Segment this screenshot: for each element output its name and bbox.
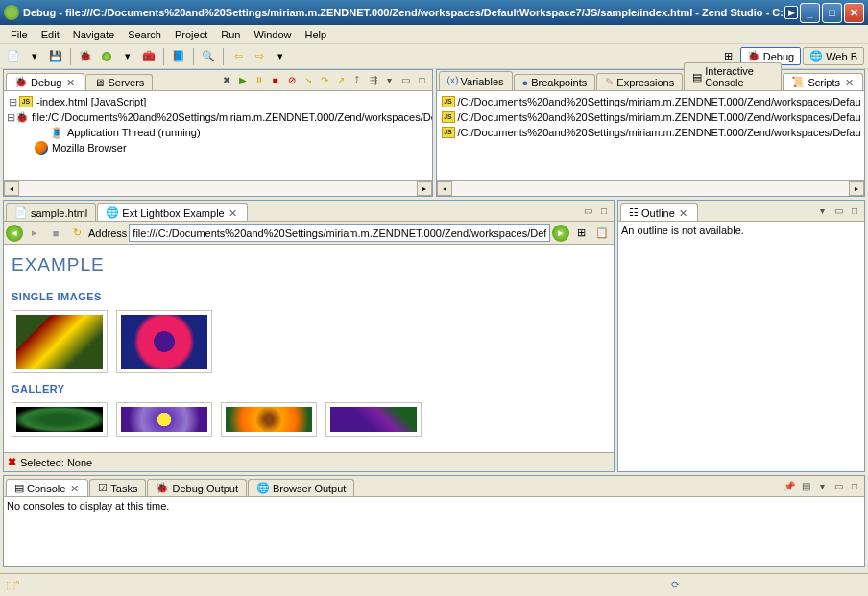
menu-navigate[interactable]: Navigate [66,27,121,42]
browser-back-button[interactable]: ◂ [6,225,23,242]
menu-edit[interactable]: Edit [35,27,66,42]
menu-search[interactable]: Search [121,27,168,42]
maximize-panel-button[interactable]: □ [596,203,612,218]
browser-settings-button[interactable]: 📋 [592,224,612,243]
tree-browser[interactable]: Mozilla Browser [7,140,429,155]
close-icon[interactable]: ✕ [68,483,80,494]
tab-servers[interactable]: 🖥Servers [85,74,153,90]
step-into-button[interactable]: ↘ [301,72,316,87]
tab-console[interactable]: ▤Console✕ [6,479,88,496]
tab-scripts[interactable]: 📜Scripts✕ [783,73,863,90]
flower-image [226,407,312,432]
flower-image [121,407,207,432]
browser-stop-button[interactable]: ■ [46,224,65,243]
close-icon[interactable]: ✕ [678,207,689,219]
script-item[interactable]: /C:/Documents%20and%20Settings/miriam.m.… [440,109,862,125]
gallery-thumb[interactable] [116,402,212,437]
scroll-left-button[interactable]: ◂ [4,181,19,196]
minimize-button[interactable]: _ [800,3,820,23]
perspective-web[interactable]: 🌐Web B [803,47,864,65]
tab-sample-html[interactable]: 📄sample.html [6,203,96,221]
browser-forward-button[interactable]: ▸ [25,224,44,243]
step-over-button[interactable]: ↷ [317,72,332,87]
maximize-panel-button[interactable]: □ [415,72,430,87]
menu-file[interactable]: File [4,27,35,42]
gallery-thumb[interactable] [326,402,422,437]
terminate-button[interactable]: ■ [268,72,283,87]
new-button[interactable]: 📄 [4,47,23,66]
tab-lightbox[interactable]: 🌐Ext Lightbox Example✕ [97,203,247,221]
close-icon[interactable]: ✕ [228,207,239,219]
single-image-thumb[interactable] [116,310,212,373]
tab-tasks[interactable]: ☑Tasks [89,479,146,496]
tab-breakpoints[interactable]: ●Breakpoints [514,74,596,90]
status-sync-icon: ⟳ [671,579,680,591]
step-return-button[interactable]: ↗ [333,72,349,87]
disconnect-button[interactable]: ⊘ [284,72,300,87]
tab-variables[interactable]: ⒳Variables [439,71,513,90]
title-nav-arrow[interactable]: ▶ [784,6,798,19]
tree-file[interactable]: ⊟🐞file:/C:/Documents%20and%20Settings/mi… [7,109,429,125]
pin-console-button[interactable]: 📌 [782,478,797,493]
script-item[interactable]: /C:/Documents%20and%20Settings/miriam.m.… [440,94,862,109]
debug-button[interactable]: 🐞 [76,47,95,66]
browser-status-bar: ✖ Selected: None [4,452,614,471]
tab-expressions[interactable]: ✎Expressions [596,73,683,90]
close-icon[interactable]: ✕ [843,77,855,88]
remove-terminated-button[interactable]: ✖ [219,72,234,87]
search-button[interactable]: 🔍 [199,47,218,66]
minimize-panel-button[interactable]: ▭ [398,72,414,87]
maximize-button[interactable]: □ [822,3,842,23]
address-input[interactable] [129,224,550,242]
browser-viewport[interactable]: EXAMPLE SINGLE IMAGES GALLERY [4,245,614,452]
debug-hscroll[interactable]: ◂ ▸ [4,180,432,196]
menu-window[interactable]: Window [247,27,298,42]
nav-back-button[interactable]: ⇦ [229,47,248,66]
tab-debug-output[interactable]: 🐞Debug Output [147,479,247,496]
maximize-panel-button[interactable]: □ [847,478,862,493]
scroll-right-button[interactable]: ▸ [849,181,864,196]
tab-debug[interactable]: 🐞Debug✕ [6,73,84,90]
scroll-right-button[interactable]: ▸ [417,181,432,196]
minimize-panel-button[interactable]: ▭ [580,203,595,218]
display-console-button[interactable]: ▤ [798,478,813,493]
outline-menu-button[interactable]: ▾ [814,203,830,218]
browser-go-button[interactable]: ▸ [552,225,569,242]
script-item[interactable]: /C:/Documents%20and%20Settings/miriam.m.… [440,125,862,140]
tab-browser-output[interactable]: 🌐Browser Output [248,479,354,496]
new-php-button[interactable]: 📘 [169,47,188,66]
resume-button[interactable]: ▶ [235,72,251,87]
drop-frame-button[interactable]: ⤴ [350,72,365,87]
tree-root[interactable]: ⊟-index.html [JavaScript] [7,94,429,109]
gallery-thumb[interactable] [221,402,317,437]
tab-outline[interactable]: ☷Outline✕ [620,203,698,221]
save-button[interactable]: 💾 [46,47,65,66]
single-image-thumb[interactable] [12,310,108,373]
browser-refresh-button[interactable]: ↻ [67,224,86,243]
close-icon[interactable]: ✕ [64,77,76,88]
menu-help[interactable]: Help [299,27,334,42]
browser-toggle-button[interactable]: ⊞ [571,224,591,243]
menu-project[interactable]: Project [168,27,214,42]
nav-dropdown[interactable]: ▾ [271,47,290,66]
tab-interactive-console[interactable]: ▤Interactive Console [684,62,782,90]
suspend-button[interactable]: ⏸ [252,72,267,87]
minimize-panel-button[interactable]: ▭ [831,203,846,218]
gallery-thumb[interactable] [12,402,108,437]
run-button[interactable] [97,47,116,66]
step-filters-button[interactable]: ⇶ [366,72,381,87]
minimize-panel-button[interactable]: ▭ [831,478,846,493]
scroll-left-button[interactable]: ◂ [437,181,452,196]
run-dropdown[interactable]: ▾ [118,47,137,66]
tree-thread[interactable]: 🧵Application Thread (running) [7,125,429,140]
debug-menu-button[interactable]: ▾ [382,72,398,87]
open-console-button[interactable]: ▾ [814,478,830,493]
address-bar: ◂ ▸ ■ ↻ Address ▸ ⊞ 📋 [4,222,614,245]
nav-fwd-button[interactable]: ⇨ [250,47,269,66]
maximize-panel-button[interactable]: □ [847,203,862,218]
new-dropdown[interactable]: ▾ [25,47,44,66]
close-button[interactable]: ✕ [844,3,864,23]
menu-run[interactable]: Run [214,27,247,42]
scripts-hscroll[interactable]: ◂ ▸ [437,180,865,196]
external-tools-button[interactable]: 🧰 [139,47,158,66]
